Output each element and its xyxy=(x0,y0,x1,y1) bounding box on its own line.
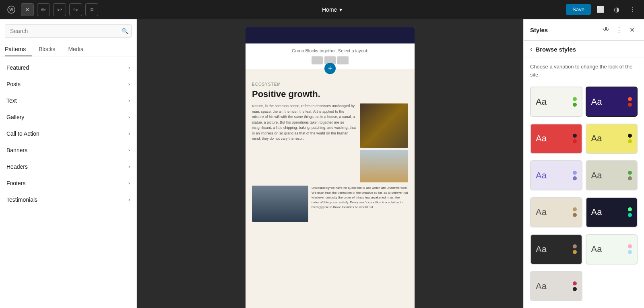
nav-label-featured: Featured xyxy=(6,64,29,71)
style-card-charcoal[interactable]: Aa xyxy=(530,234,582,265)
style-aa-dark: Aa xyxy=(591,207,602,217)
dot2-charcoal xyxy=(573,250,577,254)
dot2-default xyxy=(573,103,577,107)
chevron-gallery-icon: › xyxy=(128,114,130,120)
save-button[interactable]: Save xyxy=(566,4,591,15)
topbar-left: W ✕ ✏ ↩ ↪ ≡ xyxy=(5,3,98,16)
style-dots-dark xyxy=(628,207,632,217)
browse-description: Choose a variation to change the look of… xyxy=(524,58,644,83)
page-title: Positive growth. xyxy=(252,89,408,99)
dot1-cream xyxy=(573,207,577,211)
search-icon-button[interactable]: 🔍 xyxy=(122,28,128,34)
layout-opt-1[interactable] xyxy=(312,56,323,64)
add-block-button[interactable]: + xyxy=(324,63,336,74)
dot2-lavender xyxy=(573,176,577,180)
dot1-lavender xyxy=(573,171,577,175)
nav-item-featured[interactable]: Featured › xyxy=(0,60,136,76)
panel-more-button[interactable]: ⋮ xyxy=(613,24,625,35)
undo-button[interactable]: ↩ xyxy=(53,3,66,16)
search-input[interactable] xyxy=(5,24,132,38)
layout-opt-3[interactable] xyxy=(337,56,349,64)
dropdown-chevron-icon[interactable]: ▾ xyxy=(339,6,342,13)
canvas-scroll[interactable]: Group Blocks together. Select a layout: … xyxy=(137,19,523,308)
search-area: 🔍 xyxy=(0,19,136,38)
page-frame: Group Blocks together. Select a layout: … xyxy=(246,27,415,308)
more-options-button[interactable]: ⋮ xyxy=(626,3,639,16)
view-toggle-button[interactable]: ⬜ xyxy=(594,3,607,16)
dot1-charcoal xyxy=(573,244,577,248)
nav-label-cta: Call to Action xyxy=(6,130,39,137)
body-text: Nature, in the common sense, refers to e… xyxy=(252,103,357,182)
main-layout: 🔍 Patterns Blocks Media Featured › Posts… xyxy=(0,19,644,308)
topbar: W ✕ ✏ ↩ ↪ ≡ Home ▾ Save ⬜ ◑ ⋮ xyxy=(0,0,644,19)
panel-close-button[interactable]: ✕ xyxy=(626,24,638,35)
nav-label-text: Text xyxy=(6,97,17,104)
tab-patterns[interactable]: Patterns xyxy=(5,43,32,56)
style-card-sage[interactable]: Aa xyxy=(586,160,638,190)
nav-item-testimonials[interactable]: Testimonials › xyxy=(0,192,136,208)
style-aa-pastel: Aa xyxy=(591,244,602,254)
topbar-center: Home ▾ xyxy=(322,6,342,13)
eye-button[interactable]: 👁 xyxy=(601,24,612,35)
edit-button[interactable]: ✏ xyxy=(37,3,50,16)
style-card-pastel[interactable]: Aa xyxy=(586,234,638,265)
style-card-default[interactable]: Aa xyxy=(530,87,582,117)
style-card-lavender[interactable]: Aa xyxy=(530,160,582,190)
style-aa-red: Aa xyxy=(536,133,547,144)
tab-media[interactable]: Media xyxy=(68,43,90,56)
bottom-section: Undoubtedly we have no questions to ask … xyxy=(252,186,408,222)
dot2-sage xyxy=(628,176,632,180)
close-button[interactable]: ✕ xyxy=(21,3,34,16)
chevron-cta-icon: › xyxy=(128,131,130,136)
chevron-footers-icon: › xyxy=(128,180,130,186)
content-columns: Nature, in the common sense, refers to e… xyxy=(252,103,408,182)
dot1-default xyxy=(573,97,577,101)
home-label: Home xyxy=(322,6,337,13)
style-card-purple[interactable]: Aa xyxy=(586,87,638,117)
wp-logo-icon[interactable]: W xyxy=(5,3,18,16)
style-aa-sage: Aa xyxy=(591,170,602,181)
style-card-gray[interactable]: Aa xyxy=(530,271,582,301)
eco-label: ECOSYSTEM xyxy=(252,82,408,87)
bottom-text: Undoubtedly we have no questions to ask … xyxy=(312,186,408,222)
nav-item-banners[interactable]: Banners › xyxy=(0,142,136,159)
chevron-headers-icon: › xyxy=(128,164,130,170)
dot2-gray xyxy=(573,287,577,291)
forest-image xyxy=(360,103,408,148)
panel-title: Styles xyxy=(530,27,548,33)
nav-label-footers: Footers xyxy=(6,180,25,186)
tab-blocks[interactable]: Blocks xyxy=(39,43,62,56)
chevron-featured-icon: › xyxy=(128,65,130,70)
wind-image xyxy=(360,150,408,182)
styles-grid: Aa Aa Aa xyxy=(524,83,644,308)
nav-item-text[interactable]: Text › xyxy=(0,93,136,109)
style-aa-gray: Aa xyxy=(536,281,547,291)
contrast-button[interactable]: ◑ xyxy=(610,3,623,16)
style-card-yellow[interactable]: Aa xyxy=(586,124,638,154)
dot1-red xyxy=(573,134,577,138)
style-card-red[interactable]: Aa xyxy=(530,124,582,154)
nav-item-footers[interactable]: Footers › xyxy=(0,175,136,192)
dot1-yellow xyxy=(628,134,632,138)
back-button[interactable]: ‹ xyxy=(530,45,532,53)
style-dots-purple xyxy=(628,97,632,107)
nav-label-testimonials: Testimonials xyxy=(6,196,37,203)
list-view-button[interactable]: ≡ xyxy=(85,3,98,16)
dot2-cream xyxy=(573,213,577,217)
style-card-cream[interactable]: Aa xyxy=(530,197,582,227)
nav-item-gallery[interactable]: Gallery › xyxy=(0,109,136,126)
nav-item-headers[interactable]: Headers › xyxy=(0,159,136,175)
nav-item-posts[interactable]: Posts › xyxy=(0,76,136,93)
tabs-row: Patterns Blocks Media xyxy=(0,43,136,56)
dot2-purple xyxy=(628,103,632,107)
nav-item-cta[interactable]: Call to Action › xyxy=(0,126,136,142)
redo-button[interactable]: ↪ xyxy=(69,3,82,16)
style-dots-cream xyxy=(573,207,577,217)
style-dots-sage xyxy=(628,171,632,180)
style-dots-yellow xyxy=(628,134,632,143)
style-dots-pastel xyxy=(628,244,632,254)
style-card-dark[interactable]: Aa xyxy=(586,197,638,227)
style-dots-default xyxy=(573,97,577,107)
image-column xyxy=(360,103,408,182)
page-header-bar xyxy=(246,27,415,43)
